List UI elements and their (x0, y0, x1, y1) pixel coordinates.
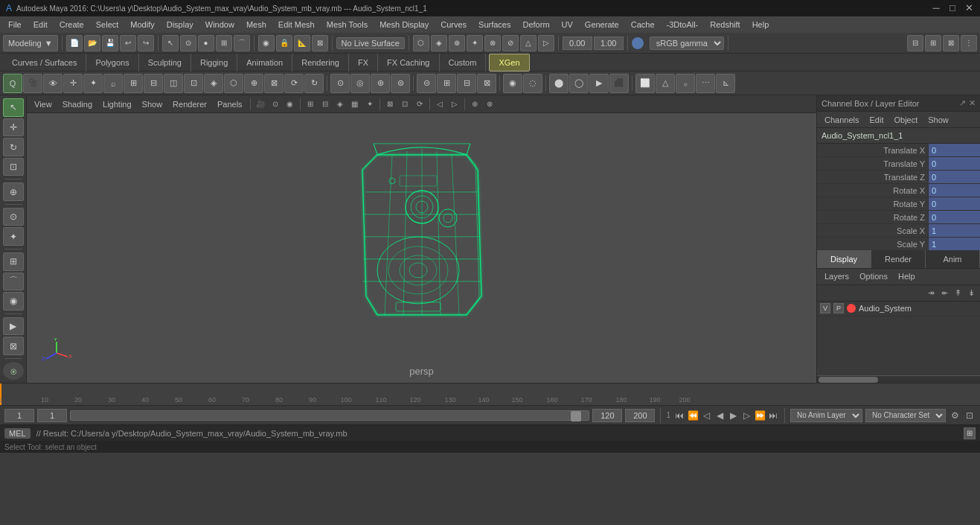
lighting-menu[interactable]: Lighting (98, 98, 136, 110)
anim-prefs-btn[interactable]: ⚙ (949, 410, 961, 421)
t6-icon[interactable]: ◫ (164, 74, 183, 93)
right-icon4[interactable]: ⋮ (961, 35, 977, 51)
range-slider-thumb[interactable] (571, 411, 581, 421)
vp-aa[interactable]: ⊡ (398, 98, 411, 111)
layers-menu[interactable]: Layers (820, 270, 854, 282)
vp-wire[interactable]: ⊟ (318, 98, 332, 111)
vp-more1[interactable]: ⊕ (468, 98, 481, 111)
options-menu[interactable]: Options (855, 270, 892, 282)
layer-v-btn[interactable]: V (820, 303, 830, 314)
t4-icon[interactable]: ⊞ (124, 74, 143, 93)
channel-translate-y[interactable]: Translate Y 0 (817, 157, 980, 171)
right-panel-scrollbar[interactable] (817, 375, 980, 383)
cb-expand-btn[interactable]: ↗ (959, 98, 966, 108)
t26-icon[interactable]: ▶ (589, 74, 609, 93)
tab-anim[interactable]: Anim (926, 250, 980, 268)
t16-icon[interactable]: ⊛ (371, 74, 390, 93)
cb-object-menu[interactable]: Object (889, 114, 922, 126)
t28-icon[interactable]: ⬜ (635, 74, 655, 93)
t7-icon[interactable]: ⊡ (184, 74, 203, 93)
icon5[interactable]: ⊗ (484, 35, 501, 51)
cam-btn[interactable]: ◉ (258, 35, 275, 51)
icon6[interactable]: ⊘ (502, 35, 519, 51)
cam-icon[interactable]: 🎥 (23, 74, 42, 93)
right-icon1[interactable]: ⊟ (907, 35, 923, 51)
vp-grid[interactable]: ⊞ (304, 98, 317, 111)
play-back-btn[interactable]: ◀ (714, 410, 726, 421)
tab-curves-surfaces[interactable]: Curves / Surfaces (3, 54, 86, 71)
cb-channels-menu[interactable]: Channels (820, 114, 863, 126)
lasso-btn[interactable]: ⊙ (180, 35, 196, 51)
menu-redshift[interactable]: Redshift (705, 19, 745, 31)
layer-icon3[interactable]: ↟ (952, 287, 964, 299)
tab-rendering[interactable]: Rendering (292, 54, 349, 71)
renderer-menu[interactable]: Renderer (168, 98, 211, 110)
measure-btn[interactable]: 📐 (294, 35, 310, 51)
panels-menu[interactable]: Panels (213, 98, 247, 110)
transform-icon[interactable]: ✛ (63, 74, 83, 93)
t2-icon[interactable]: ✦ (83, 74, 103, 93)
icon3[interactable]: ⊕ (449, 35, 465, 51)
t3-icon[interactable]: ⌕ (103, 74, 123, 93)
tab-xgen[interactable]: XGen (489, 54, 529, 71)
icon8[interactable]: ▷ (538, 35, 554, 51)
t32-icon[interactable]: ⊾ (716, 74, 735, 93)
channel-scale-x[interactable]: Scale X 1 (817, 224, 980, 238)
redo-btn[interactable]: ↪ (138, 35, 154, 51)
save-file-btn[interactable]: 💾 (102, 35, 118, 51)
tab-rigging[interactable]: Rigging (191, 54, 237, 71)
menu-3dtoa[interactable]: -3DtoAll- (662, 19, 704, 31)
minimize-btn[interactable]: ─ (931, 3, 941, 13)
value2-input[interactable] (594, 36, 624, 50)
select-tool-btn[interactable]: ↖ (3, 98, 24, 117)
snap-grid-lp[interactable]: ⊞ (3, 252, 24, 271)
menu-mesh-tools[interactable]: Mesh Tools (321, 19, 373, 31)
prev-key-btn[interactable]: ◁ (700, 410, 712, 421)
shading-menu[interactable]: Shading (58, 98, 97, 110)
play-fwd-btn[interactable]: ▶ (727, 410, 739, 421)
select-btn[interactable]: ↖ (162, 35, 179, 51)
layer-icon1[interactable]: ↠ (925, 287, 937, 299)
t29-icon[interactable]: △ (656, 74, 675, 93)
vp-cam3[interactable]: ◉ (284, 98, 297, 111)
vp-next[interactable]: ▷ (448, 98, 461, 111)
menu-file[interactable]: File (3, 19, 27, 31)
paint-btn[interactable]: ● (198, 35, 214, 51)
t15-icon[interactable]: ◎ (350, 74, 370, 93)
channel-rotate-y[interactable]: Rotate Y 0 (817, 197, 980, 211)
channel-scale-y[interactable]: Scale Y 1 (817, 238, 980, 251)
icon1[interactable]: ⬡ (413, 35, 429, 51)
snap-curve-btn[interactable]: ⌒ (234, 35, 250, 51)
undo-btn[interactable]: ↩ (120, 35, 136, 51)
new-file-btn[interactable]: 📄 (66, 35, 83, 51)
tab-fx-caching[interactable]: FX Caching (378, 54, 439, 71)
vp-prev[interactable]: ◁ (433, 98, 446, 111)
ipr-btn[interactable]: ⊠ (3, 337, 24, 355)
t18-icon[interactable]: ⊝ (417, 74, 436, 93)
cb-show-menu[interactable]: Show (923, 114, 953, 126)
move-tool-btn[interactable]: ✛ (3, 118, 24, 137)
tab-render[interactable]: Render (871, 250, 926, 268)
snap-point-lp[interactable]: ◉ (3, 292, 24, 311)
t11-icon[interactable]: ⊠ (264, 74, 284, 93)
gamma-selector[interactable]: sRGB gamma Linear (650, 36, 724, 50)
t23-icon[interactable]: ◌ (523, 74, 542, 93)
t17-icon[interactable]: ⊜ (391, 74, 410, 93)
open-file-btn[interactable]: 📂 (84, 35, 100, 51)
scale-tool-btn[interactable]: ⊡ (3, 158, 24, 176)
key-all-btn[interactable]: ⊡ (964, 410, 976, 421)
next-key-btn[interactable]: ▷ (740, 410, 752, 421)
layer-icon2[interactable]: ↞ (938, 287, 950, 299)
menu-deform[interactable]: Deform (517, 19, 554, 31)
timeline-track[interactable]: 1 10 20 30 40 50 60 70 80 90 100 110 120… (0, 384, 980, 405)
vp-cam2[interactable]: ⊙ (269, 98, 282, 111)
scrollbar-thumb[interactable] (819, 377, 878, 383)
next-frame-btn[interactable]: ⏩ (754, 410, 766, 421)
t14-icon[interactable]: ⊙ (330, 74, 350, 93)
menu-modify[interactable]: Modify (125, 19, 159, 31)
t20-icon[interactable]: ⊟ (457, 74, 476, 93)
lock-btn[interactable]: 🔒 (276, 35, 292, 51)
menu-mesh-display[interactable]: Mesh Display (374, 19, 434, 31)
anim-layer-dropdown[interactable]: No Anim Layer (790, 409, 862, 422)
t10-icon[interactable]: ⊕ (244, 74, 263, 93)
